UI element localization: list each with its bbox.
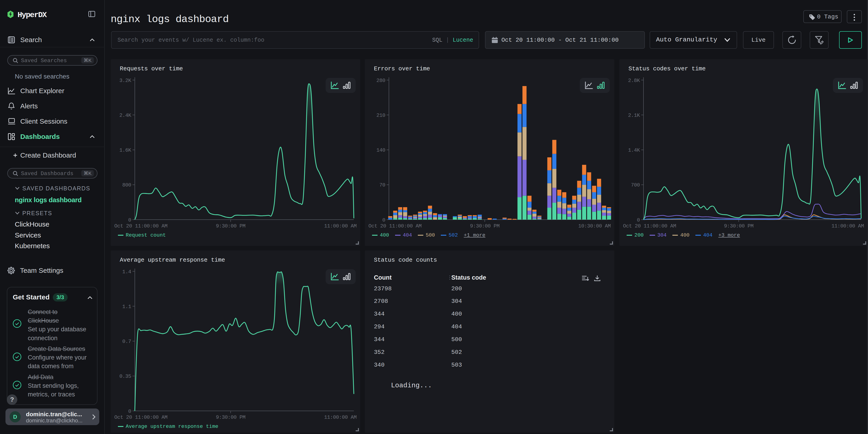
svg-text:Oct 20 11:00:00 AM: Oct 20 11:00:00 AM xyxy=(368,223,422,229)
svg-text:11:00:00 AM: 11:00:00 AM xyxy=(831,223,864,229)
svg-text:1.4: 1.4 xyxy=(122,269,131,275)
svg-text:800: 800 xyxy=(122,182,131,188)
svg-text:2.8K: 2.8K xyxy=(628,78,640,84)
svg-text:1.6K: 1.6K xyxy=(119,147,131,153)
svg-text:0: 0 xyxy=(382,217,385,223)
svg-text:0: 0 xyxy=(128,217,131,223)
svg-text:11:00:00 AM: 11:00:00 AM xyxy=(324,414,356,420)
svg-text:11:00:00 AM: 11:00:00 AM xyxy=(324,223,356,229)
svg-text:70: 70 xyxy=(379,182,385,188)
svg-text:9:30:00 PM: 9:30:00 PM xyxy=(470,223,500,229)
svg-text:280: 280 xyxy=(376,78,385,84)
svg-text:0.7: 0.7 xyxy=(122,339,131,344)
svg-text:140: 140 xyxy=(376,147,385,153)
svg-text:0: 0 xyxy=(637,217,640,223)
svg-text:Oct 20 11:00:00 AM: Oct 20 11:00:00 AM xyxy=(114,414,167,420)
svg-text:3.2K: 3.2K xyxy=(119,78,131,84)
svg-text:1.4K: 1.4K xyxy=(628,147,640,153)
svg-text:9:30:00 PM: 9:30:00 PM xyxy=(724,223,753,229)
svg-text:0: 0 xyxy=(128,408,131,414)
svg-text:9:30:00 PM: 9:30:00 PM xyxy=(216,223,245,229)
svg-text:10:30:00 AM: 10:30:00 AM xyxy=(578,223,611,229)
svg-text:210: 210 xyxy=(376,113,385,118)
svg-text:9:30:00 PM: 9:30:00 PM xyxy=(216,414,245,420)
svg-text:1.1: 1.1 xyxy=(122,304,131,310)
svg-text:2.4K: 2.4K xyxy=(119,113,131,118)
svg-text:700: 700 xyxy=(631,182,640,188)
svg-text:0.35: 0.35 xyxy=(119,373,131,379)
svg-text:2.1K: 2.1K xyxy=(628,113,640,118)
svg-text:Oct 20 11:00:00 AM: Oct 20 11:00:00 AM xyxy=(114,223,167,229)
svg-text:Oct 20 11:00:00 AM: Oct 20 11:00:00 AM xyxy=(623,223,676,229)
